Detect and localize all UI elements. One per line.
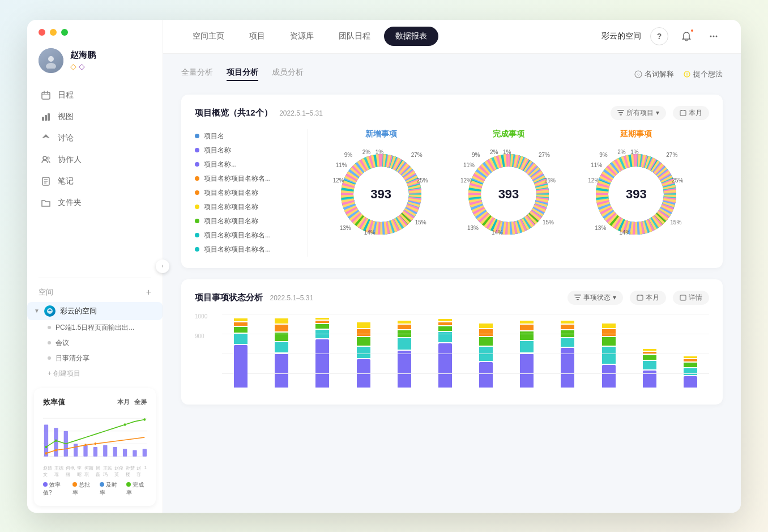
project-list-item-7[interactable]: 项目名称项目名称名... (195, 228, 298, 242)
svg-rect-91 (575, 297, 580, 298)
tab-project[interactable]: 项目 (238, 27, 276, 46)
project-list-item-3[interactable]: 项目名称项目名称名... (195, 172, 298, 186)
nav-item-view[interactable]: 视图 (34, 106, 156, 127)
maximize-dot[interactable] (61, 29, 68, 36)
sub-tab-member[interactable]: 成员分析 (272, 67, 304, 81)
suggest-link[interactable]: 提个想法 (683, 69, 723, 79)
tab-report[interactable]: 数据报表 (384, 27, 438, 46)
close-dot[interactable] (39, 29, 45, 36)
svg-rect-90 (574, 295, 581, 296)
titlebar (27, 20, 163, 41)
nav-item-folder[interactable]: 文件夹 (34, 192, 156, 214)
project-dot-1 (195, 148, 199, 152)
space-item-caiyun[interactable]: ▼ 彩云的空间 (27, 302, 163, 320)
dropdown-icon: ▾ (656, 109, 659, 117)
svg-point-36 (45, 445, 48, 448)
glossary-label: 名词解释 (645, 69, 674, 79)
pct-13: 13% (340, 225, 351, 231)
bar-seg-green-0 (234, 327, 248, 333)
nav-item-schedule[interactable]: 日程 (34, 84, 156, 106)
nav-item-notes[interactable]: 笔记 (34, 171, 156, 192)
donut-new-items: 新增事项 (317, 129, 445, 257)
legend-dot-efficiency (43, 482, 48, 487)
tab-resources[interactable]: 资源库 (279, 27, 325, 46)
space-children: PC端1.5日程页面输出出... 会议 日事清分享 + 创建项目 (27, 320, 163, 381)
svg-point-11 (47, 157, 49, 159)
bar-group-8 (549, 318, 586, 388)
donut-new-title: 新增事项 (365, 129, 397, 139)
diamond-purple-icon: ◇ (79, 62, 85, 71)
pct2-9: 9% (472, 152, 480, 158)
donut-delayed-title: 延期事项 (620, 129, 652, 139)
child-dot-icon-3 (48, 356, 51, 360)
spaces-section-header: 空间 + (27, 283, 163, 302)
efficiency-title: 效率值 (43, 397, 65, 407)
pct2-15: 15% (543, 219, 554, 225)
space-child-meeting[interactable]: 会议 (43, 335, 163, 351)
nav-label-collaborator: 协作人 (58, 155, 82, 165)
svg-point-0 (48, 56, 54, 62)
efficiency-fullscreen-btn[interactable]: 全屏 (134, 398, 147, 406)
space-child-share[interactable]: 日事清分享 (43, 351, 163, 366)
sub-tab-project[interactable]: 项目分析 (227, 67, 258, 81)
tab-team[interactable]: 团队日程 (327, 27, 382, 46)
project-list-item-2[interactable]: 项目名称... (195, 158, 298, 172)
pct2-25: 25% (544, 177, 556, 184)
space-child-label-share: 日事清分享 (56, 354, 89, 363)
glossary-link[interactable]: ? 名词解释 (634, 69, 674, 79)
pct-14: 14% (364, 229, 376, 236)
project-list-item-5[interactable]: 项目名称项目名称 (195, 200, 298, 214)
project-dot-3 (195, 176, 199, 181)
pct3-12: 12% (588, 177, 599, 184)
space-child-create[interactable]: + 创建项目 (43, 366, 163, 381)
grid-line-0 (222, 314, 709, 314)
tab-home[interactable]: 空间主页 (181, 27, 236, 46)
svg-point-40 (710, 36, 712, 37)
project-label-7: 项目名称项目名称名... (204, 231, 271, 240)
pct3-14: 14% (619, 229, 630, 236)
bar-seg-purple-0 (234, 345, 248, 387)
nav-label-view: 视图 (58, 112, 74, 122)
donut-delayed-items: 延期事项 (573, 129, 700, 257)
sidebar-collapse-handle[interactable]: ‹ (156, 259, 169, 273)
bar-group-11 (672, 318, 709, 388)
project-label-1: 项目名称 (204, 146, 231, 155)
sub-tabs-left: 全量分析 项目分析 成员分析 (181, 67, 304, 81)
sidebar: 赵海鹏 ◇ ◇ 日程 视图 (27, 20, 163, 513)
nav-item-discuss[interactable]: 讨论 (34, 127, 156, 149)
sub-tab-all[interactable]: 全量分析 (181, 67, 213, 81)
nav-item-collaborator[interactable]: 协作人 (34, 149, 156, 171)
filter-status-btn[interactable]: 事项状态 ▾ (568, 291, 623, 305)
filter-status-month[interactable]: 本月 (630, 291, 666, 305)
filter-detail-btn[interactable]: 详情 (673, 291, 709, 305)
project-list-item-1[interactable]: 项目名称 (195, 143, 298, 158)
bar-group-7 (508, 318, 545, 388)
project-list-item-8[interactable]: 项目名称项目名称名... (195, 242, 298, 257)
project-list-item-6[interactable]: 项目名称项目名称 (195, 214, 298, 228)
minimize-dot[interactable] (50, 29, 57, 36)
project-list-item-4[interactable]: 项目名称项目名称 (195, 186, 298, 200)
pct3-1: 1% (630, 149, 638, 155)
add-space-icon[interactable]: + (146, 287, 151, 297)
status-analysis-title: 项目事项状态分析 (195, 292, 263, 302)
space-child-pc[interactable]: PC端1.5日程页面输出出... (43, 320, 163, 335)
notification-badge (690, 28, 694, 33)
pct-27: 27% (411, 152, 423, 158)
project-dot-5 (195, 205, 199, 209)
filter-month[interactable]: 本月 (673, 106, 709, 120)
legend-dot-timely (100, 482, 104, 487)
project-list-item-0[interactable]: 项目名 (195, 129, 298, 143)
nav-items: 日程 视图 讨论 协作人 (27, 84, 163, 273)
help-button[interactable]: ? (650, 27, 668, 45)
notification-button[interactable] (677, 27, 696, 45)
efficiency-month-btn[interactable]: 本月 (117, 398, 130, 406)
sub-tabs: 全量分析 项目分析 成员分析 ? 名词解释 提个想法 (181, 67, 723, 81)
pct2-1: 1% (503, 149, 511, 155)
bar-seg-yellow-0 (234, 318, 248, 322)
more-button[interactable] (705, 27, 723, 45)
nav-label-folder: 文件夹 (58, 198, 82, 208)
project-overview-title: 项目概览（共12个） (195, 108, 272, 117)
filter-all-projects[interactable]: 所有项目 ▾ (611, 106, 666, 120)
svg-text:?: ? (637, 73, 640, 78)
grid-line-1 (222, 334, 709, 334)
